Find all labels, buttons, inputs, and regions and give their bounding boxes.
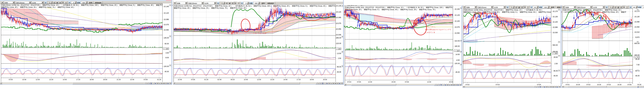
svg-text:115.00: 115.00 <box>336 42 341 44</box>
svg-text:X: X <box>166 83 166 84</box>
svg-text:しかけてくる: しかけてくる <box>425 31 435 33</box>
svg-text:02:40: 02:40 <box>218 79 222 80</box>
svg-text:10,075: 10,075 <box>164 24 169 26</box>
svg-text:▶: ▶ <box>544 86 545 88</box>
svg-text:10,065: 10,065 <box>552 26 558 28</box>
svg-text:29.50: 29.50 <box>554 56 558 58</box>
svg-text:45.00: 45.00 <box>554 75 558 77</box>
svg-text:月: 月 <box>59 2 61 4</box>
svg-text:分: 分 <box>623 6 625 8</box>
svg-text:▶: ▶ <box>339 83 340 84</box>
svg-text:17:20: 17:20 <box>76 79 80 80</box>
svg-text:日経225mini 11/09( 30分, 2011/07/: 日経225mini 11/09( 30分, 2011/07/15 - 2011/… <box>464 9 542 11</box>
svg-text:L: L <box>548 86 549 88</box>
svg-text:01:20: 01:20 <box>204 79 208 80</box>
svg-text:07/26: 07/26 <box>405 81 409 83</box>
svg-text:17:20: 17:20 <box>296 79 301 80</box>
svg-text:10,135: 10,135 <box>552 16 558 18</box>
svg-text:07/26: 07/26 <box>191 79 195 80</box>
svg-text:移動平均( Close, 20 ) 移動平均( Close: 移動平均( Close, 20 ) 移動平均( Close, 5 ) 移動平均(… <box>345 9 436 10</box>
svg-text:日経225mini: 日経225mini <box>478 6 486 8</box>
svg-text:1: 1 <box>511 6 512 8</box>
svg-text:10,115: 10,115 <box>336 11 341 13</box>
svg-text:週: 週 <box>618 6 619 8</box>
svg-text:-9.00: -9.00 <box>165 57 169 59</box>
svg-text:16:30: 16:30 <box>618 84 622 85</box>
svg-text:11/09: 11/09 <box>593 6 597 8</box>
svg-text:10,050: 10,050 <box>164 29 169 31</box>
svg-text:×: × <box>164 48 165 50</box>
svg-text:09:20: 09:20 <box>231 79 235 80</box>
svg-text:-4.50: -4.50 <box>456 59 460 61</box>
svg-text:先物: 先物 <box>466 6 470 8</box>
svg-text:16:30: 16:30 <box>576 84 580 85</box>
svg-text:500: 500 <box>544 6 547 8</box>
svg-text:10,010: 10,010 <box>634 31 640 33</box>
svg-text:先物: 先物 <box>566 6 569 8</box>
svg-text:20:00: 20:00 <box>323 79 327 80</box>
svg-text:⊕: ⊕ <box>163 83 164 84</box>
svg-text:D: D <box>546 86 547 88</box>
svg-text:本数: 本数 <box>250 2 253 4</box>
svg-text:適用: 適用 <box>551 6 554 8</box>
svg-text:月: 月 <box>232 2 234 4</box>
svg-text:2.50: 2.50 <box>554 63 558 65</box>
svg-text:⊕: ⊕ <box>335 83 336 84</box>
svg-text:日経225mini 11/09( 60分, 2011/07/: 日経225mini 11/09( 60分, 2011/07/15 - 2011/… <box>563 9 622 11</box>
svg-text:日経225mini: 日経225mini <box>188 2 197 4</box>
svg-text:分: 分 <box>69 2 70 4</box>
svg-text:T: T <box>66 2 66 4</box>
svg-text:07/25: 07/25 <box>357 81 361 83</box>
svg-text:T: T <box>528 6 528 8</box>
svg-text:日: 日 <box>516 6 517 8</box>
svg-text:分: 分 <box>235 2 236 4</box>
svg-text:本数: 本数 <box>77 2 80 4</box>
svg-text:180.00: 180.00 <box>454 45 460 47</box>
svg-text:10,150: 10,150 <box>454 8 460 10</box>
svg-text:月: 月 <box>521 6 523 8</box>
svg-text:20:00: 20:00 <box>103 79 107 80</box>
svg-text:月: 月 <box>620 6 622 8</box>
svg-text:500: 500 <box>644 6 644 8</box>
svg-text:16:30: 16:30 <box>597 84 601 85</box>
svg-text:1: 1 <box>610 6 611 8</box>
svg-text:⊥: ⊥ <box>536 86 537 88</box>
svg-text:100: 100 <box>456 50 459 52</box>
svg-text:07/21: 07/21 <box>566 84 570 85</box>
svg-text:▶: ▶ <box>327 83 328 84</box>
svg-text:∥: ∥ <box>320 83 321 84</box>
svg-text:B: B <box>333 83 334 84</box>
svg-text:分: 分 <box>530 6 532 8</box>
svg-text:07/25: 07/25 <box>9 79 13 80</box>
svg-text:7.50: 7.50 <box>636 64 640 66</box>
svg-text:550.00: 550.00 <box>552 44 558 46</box>
svg-text:10,135: 10,135 <box>336 5 341 7</box>
svg-text:500: 500 <box>82 2 85 4</box>
svg-text:14:40: 14:40 <box>63 79 67 80</box>
svg-text:60.00: 60.00 <box>165 43 169 45</box>
svg-text:21:20: 21:20 <box>116 79 121 80</box>
svg-text:18:40: 18:40 <box>90 79 94 80</box>
svg-text:×: × <box>553 53 554 54</box>
svg-text:L: L <box>331 83 332 84</box>
svg-text:∥: ∥ <box>538 86 539 88</box>
svg-text:∥: ∥ <box>149 83 150 84</box>
svg-text:100: 100 <box>555 53 557 54</box>
svg-text:1: 1 <box>222 2 222 4</box>
svg-text:07/22: 07/22 <box>586 84 590 85</box>
svg-text:12:00: 12:00 <box>368 81 372 83</box>
svg-text:100: 100 <box>338 48 340 50</box>
svg-text:日経225mini 11/09( 15分, 2011/07/: 日経225mini 11/09( 15分, 2011/07/15 - 2011/… <box>345 6 452 8</box>
svg-text:足: 足 <box>606 6 608 8</box>
svg-text:移動平均( Close, 40 ) 移動平均( Close: 移動平均( Close, 40 ) 移動平均( Close, 25 ) 移動平均… <box>174 7 246 9</box>
svg-text:14:40: 14:40 <box>284 79 288 80</box>
svg-text:適用: 適用 <box>89 2 92 4</box>
svg-text:−: − <box>542 86 543 88</box>
svg-text:10:40: 10:40 <box>244 79 248 80</box>
svg-text:足: 足 <box>507 6 508 8</box>
svg-text:60: 60 <box>633 6 635 8</box>
svg-text:⊥: ⊥ <box>146 83 148 84</box>
svg-text:10,035: 10,035 <box>336 34 341 36</box>
svg-text:週: 週 <box>56 2 58 4</box>
svg-text:100.00: 100.00 <box>454 63 460 65</box>
